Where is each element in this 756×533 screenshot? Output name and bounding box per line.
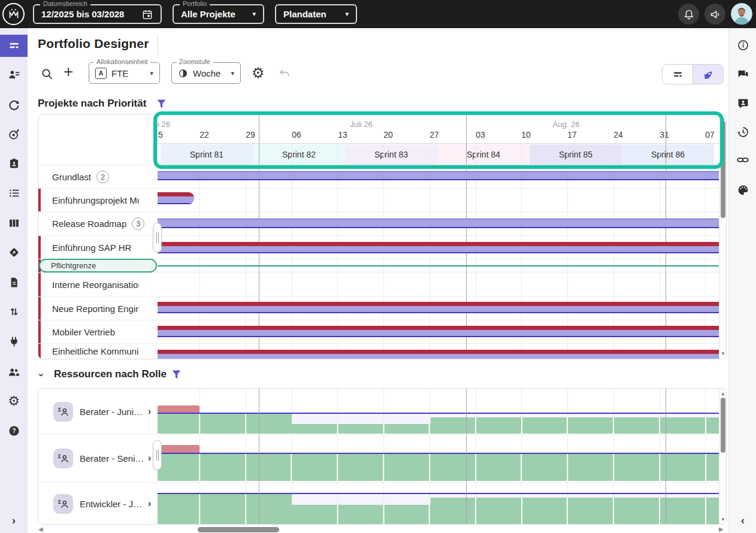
sidebar-item-import-export[interactable] (0, 301, 28, 323)
project-row[interactable]: Einführung SAP HR (38, 235, 158, 259)
scroll-left-icon[interactable]: ◀ (38, 526, 43, 532)
bell-icon (683, 8, 695, 20)
filter-icon[interactable] (172, 370, 181, 379)
svg-text:Σ: Σ (58, 498, 61, 504)
project-row[interactable]: Interne Reorganisation (38, 272, 158, 296)
gantt-bar[interactable] (158, 350, 719, 359)
sidebar-item-info[interactable] (729, 35, 756, 55)
half-circle-icon (178, 68, 188, 78)
gantt-bar-body (158, 196, 194, 204)
panel-resize-handle[interactable] (153, 440, 162, 470)
project-row[interactable]: Einheitliche Kommunik… (38, 343, 158, 359)
calendar-icon (141, 8, 153, 20)
collapse-section-button[interactable]: › (35, 373, 47, 377)
project-name: Release Roadmap (52, 219, 126, 229)
sidebar-item-comments[interactable] (729, 63, 756, 84)
allocation-unit-select[interactable]: Allokationseinheit A FTE ▾ (89, 62, 160, 84)
zoom-level-select[interactable]: Zoomstufe Woche ▾ (171, 62, 241, 84)
sidebar-item-settings[interactable]: ⚙ (0, 390, 28, 412)
sidebar-item-integrations[interactable] (0, 331, 28, 353)
gantt-bar[interactable] (158, 242, 719, 253)
gear-icon: ⚙ (8, 395, 20, 408)
sidebar-item-help[interactable]: ? (0, 420, 28, 442)
gantt-bar-body (158, 306, 719, 313)
scroll-down-icon[interactable]: ▼ (719, 517, 727, 522)
sidebar-item-sync[interactable] (0, 94, 28, 116)
scroll-down-icon[interactable]: ▼ (719, 351, 727, 356)
right-sidebar: ‹ (728, 28, 756, 533)
gantt-bar[interactable] (158, 219, 719, 228)
data-mode-select[interactable]: Plandaten ▾ (275, 4, 357, 24)
zoom-level-value: Woche (193, 68, 220, 78)
search-button[interactable] (40, 67, 54, 81)
resource-row[interactable]: ΣBerater - Juni…› (38, 389, 158, 434)
undo-icon (278, 67, 291, 80)
sidebar-item-milestones[interactable] (0, 241, 28, 264)
sidebar-item-appearance[interactable] (729, 180, 756, 200)
top-bar: Datumsbereich 12/2025 bis 03/2028 Portfo… (0, 0, 756, 28)
panel-resize-handle[interactable] (153, 223, 162, 253)
sidebar-item-board[interactable] (0, 212, 28, 234)
scroll-right-icon[interactable]: ▶ (719, 526, 724, 532)
portfolio-designer-app: Datumsbereich 12/2025 bis 03/2028 Portfo… (0, 0, 756, 533)
constraint-label: Pflichtgrenze (51, 261, 96, 270)
settings-button[interactable]: ⚙ (252, 65, 265, 81)
people-icon (7, 365, 20, 378)
date-range-value: 12/2025 bis 03/2028 (41, 9, 124, 19)
sidebar-item-links[interactable] (729, 150, 756, 170)
date-range-field[interactable]: Datumsbereich 12/2025 bis 03/2028 (33, 4, 162, 24)
help-icon: ? (8, 425, 20, 437)
sync-icon (8, 99, 20, 111)
sidebar-item-reports[interactable] (0, 271, 28, 293)
filter-icon[interactable] (157, 99, 166, 108)
horizontal-scrollbar-thumb[interactable] (198, 527, 279, 532)
letter-a-icon: A (95, 68, 107, 79)
user-avatar[interactable] (731, 3, 752, 25)
list-view-icon (672, 69, 684, 80)
svg-text:Σ: Σ (58, 406, 61, 412)
resource-row[interactable]: ΣBerater - Seni…› (38, 434, 158, 482)
project-row[interactable]: Einführungsprojekt Mu… (38, 188, 158, 211)
sidebar-item-goals[interactable] (0, 123, 28, 146)
project-row[interactable]: Grundlast2 (38, 165, 158, 188)
project-name: Neue Reporting Engine (52, 304, 139, 314)
constraint-pill[interactable]: Pflichtgrenze (39, 259, 157, 272)
sidebar-item-history[interactable] (729, 122, 756, 142)
sidebar-item-contact[interactable] (729, 93, 756, 113)
gantt-bar[interactable] (158, 326, 719, 337)
add-button[interactable]: + (63, 62, 73, 81)
role-group-icon: Σ (58, 453, 69, 464)
project-row[interactable]: Neue Reporting Engine (38, 296, 158, 320)
sidebar-expand-button[interactable]: › (0, 509, 28, 531)
row-separator (38, 482, 726, 483)
target-icon (8, 128, 20, 141)
zoom-level-label: Zoomstufe (177, 58, 213, 65)
undo-button[interactable] (278, 67, 291, 80)
gantt-bar[interactable] (158, 192, 194, 204)
sidebar-collapse-button[interactable]: ‹ (729, 510, 756, 531)
link-icon (736, 153, 749, 166)
scrollbar-thumb[interactable] (721, 398, 725, 453)
announcements-button[interactable] (704, 4, 725, 25)
resource-row[interactable]: ΣEntwickler - J…› (38, 482, 158, 525)
megaphone-icon (709, 8, 721, 20)
chevron-down-icon: ▾ (345, 10, 349, 18)
scroll-up-icon[interactable]: ▲ (719, 391, 727, 396)
project-row[interactable]: Release Roadmap3 (38, 211, 158, 235)
portfolio-select[interactable]: Portfolio Alle Projekte ▾ (173, 4, 264, 24)
overload-bar (158, 445, 199, 453)
rocket-view-button[interactable] (693, 65, 723, 84)
project-name: Interne Reorganisation (52, 280, 139, 290)
sidebar-item-project-list[interactable] (0, 182, 28, 204)
list-view-button[interactable] (663, 65, 693, 84)
search-icon (40, 67, 54, 81)
sidebar-item-users[interactable] (0, 361, 28, 383)
sidebar-item-team[interactable] (0, 63, 28, 86)
notifications-button[interactable] (678, 4, 699, 25)
sidebar-item-roles[interactable] (0, 152, 28, 174)
gantt-bar[interactable] (158, 171, 719, 180)
gantt-bar[interactable] (158, 302, 719, 313)
collapse-left-icon: ‹ (741, 514, 745, 527)
sidebar-item-portfolio-designer[interactable] (0, 35, 28, 57)
project-row[interactable]: Mobiler Vertrieb (38, 320, 158, 343)
